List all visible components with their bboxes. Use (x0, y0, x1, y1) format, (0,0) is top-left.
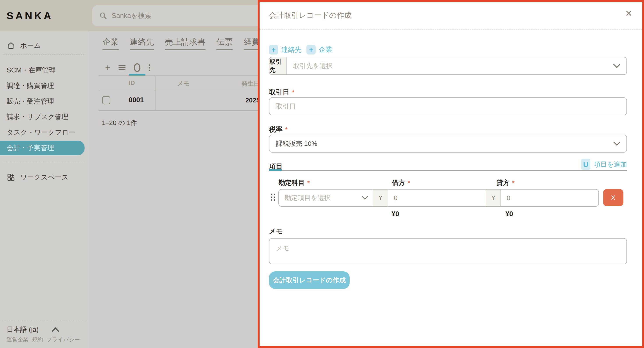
link-privacy[interactable]: プライバシー (46, 336, 80, 343)
chevron-down-icon (613, 64, 620, 68)
pagination-status: 1–20 の 1件 (102, 118, 137, 127)
date-label: 取引日* (269, 87, 294, 97)
remove-item-button[interactable]: X (603, 189, 624, 206)
drag-handle-icon[interactable] (271, 194, 276, 202)
sidebar-divider (3, 54, 84, 54)
sidebar-footer: 日本語 (ja) 運営企業 規約 プライバシー (0, 321, 88, 348)
tab-companies[interactable]: 企業 (102, 36, 119, 50)
sidebar-item-label: ホーム (20, 41, 41, 50)
sidebar-item-scm[interactable]: SCM・在庫管理 (0, 63, 88, 78)
credit-label-text: 貸方 (496, 179, 510, 186)
link-company[interactable]: 運営企業 (6, 336, 28, 343)
workspace-icon (6, 173, 15, 182)
debit-column-label: 借方* (392, 178, 410, 187)
required-asterisk: * (408, 179, 410, 186)
items-active-underline (269, 169, 282, 171)
memo-textarea[interactable] (270, 239, 626, 264)
create-transaction-modal: 会計取引レコードの作成 ✕ + 連絡先 + 企業 取引先 取引日* (258, 0, 644, 348)
sidebar-item-label: タスク・ワークフロー (6, 128, 76, 137)
sidebar-item-tasks[interactable]: タスク・ワークフロー (0, 125, 88, 140)
column-header-id[interactable]: ID (125, 79, 138, 86)
column-header-date[interactable]: 発生日 (242, 79, 260, 88)
account-column-label: 勘定科目* (278, 178, 310, 187)
credit-currency-prefix: ¥ (486, 190, 501, 206)
date-input[interactable] (270, 98, 626, 115)
add-company-button[interactable]: + 企業 (306, 45, 332, 54)
date-label-text: 取引日 (269, 88, 289, 96)
language-label: 日本語 (ja) (6, 325, 38, 334)
add-record-icon[interactable]: + (105, 63, 110, 72)
language-selector[interactable]: 日本語 (ja) (6, 325, 59, 334)
cell-id[interactable]: 0001 (124, 96, 148, 104)
chevron-down-icon (613, 142, 620, 146)
home-icon (6, 41, 15, 50)
modal-header-divider (260, 29, 642, 29)
add-item-label: 項目を追加 (594, 160, 627, 169)
debit-total: ¥0 (386, 210, 404, 218)
add-contact-button[interactable]: + 連絡先 (269, 45, 302, 54)
quick-add-row: + 連絡先 + 企業 (269, 45, 332, 54)
list-view-icon[interactable] (118, 64, 126, 71)
tab-expenses[interactable]: 経費 (244, 36, 260, 50)
required-asterisk: * (292, 89, 294, 96)
date-field[interactable] (269, 97, 627, 115)
account-select-placeholder: 勘定項目を選択 (284, 193, 362, 202)
search-input[interactable] (112, 12, 258, 20)
tab-journal-entries[interactable]: 伝票 (216, 36, 233, 50)
partner-combobox[interactable]: 取引先 (269, 57, 627, 75)
close-icon[interactable]: ✕ (625, 9, 632, 18)
sidebar-item-label: 会計・予実管理 (6, 143, 54, 153)
credit-total: ¥0 (500, 210, 518, 218)
add-contact-label: 連絡先 (281, 45, 302, 54)
required-asterisk: * (285, 126, 288, 133)
sidebar-item-label: 販売・受注管理 (6, 97, 54, 106)
sidebar-item-procurement[interactable]: 調達・購買管理 (0, 78, 88, 93)
partner-label: 取引先 (270, 57, 286, 74)
circle-view-icon[interactable] (134, 63, 140, 72)
table-column-divider (156, 75, 156, 110)
add-item-button[interactable]: U 項目を追加 (581, 159, 627, 170)
chevron-up-icon (52, 328, 59, 332)
tax-rate-select[interactable]: 課税販売 10% (269, 135, 627, 153)
brand-logo: SANKA (6, 0, 53, 31)
debit-amount-field (388, 190, 486, 206)
tax-rate-value: 課税販売 10% (270, 139, 613, 148)
memo-label: メモ (269, 227, 283, 236)
sidebar-item-label: ワークスペース (20, 173, 68, 182)
line-item-row: 勘定項目を選択 ¥ ¥ (278, 189, 599, 207)
sidebar-item-label: SCM・在庫管理 (6, 66, 56, 75)
account-select[interactable]: 勘定項目を選択 (279, 190, 373, 206)
modal-title: 会計取引レコードの作成 (269, 10, 352, 20)
tax-rate-label: 税率* (269, 125, 288, 134)
sidebar-divider (3, 162, 84, 162)
submit-create-transaction-button[interactable]: 会計取引レコードの作成 (269, 271, 350, 289)
sidebar-item-workspace[interactable]: ワークスペース (0, 170, 88, 185)
credit-column-label: 貸方* (496, 178, 514, 187)
tab-sales-invoices[interactable]: 売上請求書 (165, 36, 206, 50)
sidebar-item-billing[interactable]: 請求・サブスク管理 (0, 109, 88, 125)
global-search[interactable] (92, 5, 265, 26)
sidebar-item-label: 調達・購買管理 (6, 81, 54, 90)
more-options-icon[interactable] (149, 63, 150, 72)
items-section-divider (269, 170, 627, 171)
active-view-indicator (129, 74, 146, 75)
credit-amount-field (501, 190, 598, 206)
debit-amount-input[interactable] (388, 190, 486, 206)
add-company-label: 企業 (319, 45, 332, 54)
row-checkbox[interactable] (102, 96, 110, 104)
sidebar-item-home[interactable]: ホーム (0, 38, 88, 53)
tab-contacts[interactable]: 連絡先 (130, 36, 154, 50)
plus-icon: + (306, 45, 316, 54)
column-header-memo[interactable]: メモ (171, 79, 196, 88)
link-terms[interactable]: 規約 (32, 336, 43, 343)
credit-amount-input[interactable] (501, 190, 598, 206)
debit-label-text: 借方 (392, 179, 405, 186)
sidebar-item-accounting-active[interactable]: 会計・予実管理 (0, 141, 84, 155)
partner-input[interactable] (286, 57, 613, 74)
sidebar-item-sales[interactable]: 販売・受注管理 (0, 94, 88, 109)
sidebar: ホーム SCM・在庫管理 調達・購買管理 販売・受注管理 請求・サブスク管理 タ… (0, 31, 88, 348)
add-item-icon: U (581, 159, 590, 170)
tax-rate-label-text: 税率 (269, 125, 282, 133)
sidebar-item-label: 請求・サブスク管理 (6, 112, 68, 121)
view-toolbar: + (105, 62, 150, 73)
